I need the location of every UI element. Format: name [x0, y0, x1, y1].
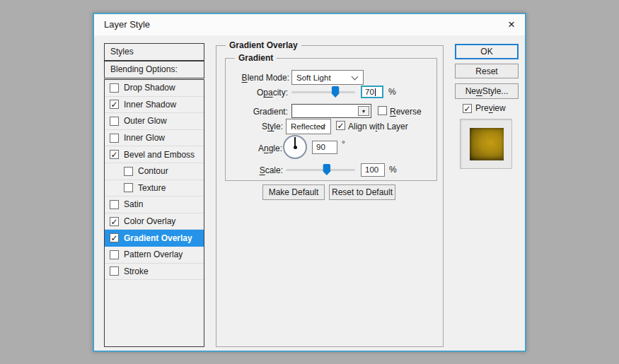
- style-item-label: Satin: [124, 199, 143, 209]
- gradient-group: Gradient Blend Mode: Soft Light Opacity:…: [225, 58, 437, 181]
- style-item-outer-glow[interactable]: Outer Glow: [105, 113, 204, 130]
- opacity-input[interactable]: 70: [361, 86, 383, 98]
- style-item-pattern-overlay[interactable]: Pattern Overlay: [105, 247, 204, 264]
- style-item-inner-glow[interactable]: Inner Glow: [105, 130, 204, 147]
- style-item-label: Pattern Overlay: [124, 249, 183, 259]
- style-checkbox[interactable]: ✓: [110, 150, 119, 159]
- style-item-label: Stroke: [124, 266, 149, 276]
- layer-style-dialog: Layer Style × Styles Blending Options: D…: [93, 13, 526, 352]
- style-checkbox[interactable]: [110, 266, 119, 276]
- style-item-label: Inner Shadow: [124, 100, 176, 110]
- style-item-label: Inner Glow: [124, 133, 165, 143]
- style-checkbox[interactable]: [124, 167, 133, 176]
- style-checkbox[interactable]: [110, 83, 119, 93]
- style-checkbox[interactable]: [110, 250, 119, 259]
- text-caret: [375, 88, 376, 96]
- gradient-preview-swatch: [470, 128, 504, 160]
- style-item-label: Outer Glow: [124, 116, 167, 126]
- style-item-stroke[interactable]: Stroke: [105, 264, 204, 281]
- scale-slider[interactable]: [286, 169, 355, 171]
- style-checkbox[interactable]: [110, 200, 119, 209]
- titlebar: Layer Style ×: [94, 14, 525, 35]
- gradient-dropdown-arrow-icon[interactable]: ▼: [358, 106, 369, 116]
- opacity-slider[interactable]: [291, 91, 355, 93]
- style-checkbox[interactable]: [110, 117, 119, 126]
- gradient-overlay-group-title: Gradient Overlay: [226, 40, 301, 50]
- ok-button[interactable]: OK: [455, 44, 519, 59]
- style-checkbox[interactable]: [124, 183, 133, 192]
- gradient-overlay-group: Gradient Overlay Gradient Blend Mode: So…: [216, 45, 444, 347]
- preview-thumbnail: [460, 119, 512, 169]
- opacity-label: Opacity:: [226, 88, 288, 98]
- style-item-inner-shadow[interactable]: ✓ Inner Shadow: [105, 97, 204, 114]
- angle-center-dot: [294, 146, 297, 149]
- angle-label: Angle:: [226, 143, 282, 153]
- angle-input[interactable]: 90: [312, 141, 337, 154]
- new-style-button[interactable]: New Style...: [455, 83, 519, 99]
- reset-to-default-button[interactable]: Reset to Default: [329, 184, 395, 200]
- angle-dial[interactable]: [283, 135, 307, 159]
- style-label: Style:: [226, 122, 283, 131]
- gradient-group-title: Gradient: [235, 53, 277, 63]
- close-icon[interactable]: ×: [502, 16, 521, 34]
- style-item-label: Gradient Overlay: [124, 233, 192, 243]
- style-item-bevel-and-emboss[interactable]: ✓ Bevel and Emboss: [105, 146, 204, 163]
- style-item-texture[interactable]: Texture: [105, 180, 204, 197]
- style-item-satin[interactable]: Satin: [105, 196, 204, 213]
- style-checkbox[interactable]: ✓: [110, 100, 119, 109]
- styles-header[interactable]: Styles: [104, 43, 204, 61]
- chevron-down-icon: [352, 73, 359, 80]
- make-default-button[interactable]: Make Default: [262, 184, 325, 200]
- style-item-drop-shadow[interactable]: Drop Shadow: [105, 80, 204, 97]
- style-checkbox[interactable]: [110, 134, 119, 143]
- style-item-gradient-overlay[interactable]: ✓ Gradient Overlay: [105, 230, 204, 247]
- style-item-label: Contour: [138, 166, 168, 176]
- styles-list: Drop Shadow ✓ Inner Shadow Outer Glow In…: [104, 79, 204, 347]
- style-item-label: Drop Shadow: [124, 83, 175, 93]
- blend-mode-select[interactable]: Soft Light: [291, 70, 364, 85]
- style-select[interactable]: Reflected: [286, 119, 331, 134]
- style-item-color-overlay[interactable]: ✓ Color Overlay: [105, 213, 204, 230]
- angle-unit: °: [342, 139, 345, 149]
- style-checkbox[interactable]: ✓: [110, 233, 119, 242]
- preview-label: Preview: [475, 103, 506, 113]
- opacity-slider-thumb[interactable]: [332, 86, 340, 98]
- scale-slider-thumb[interactable]: [323, 164, 330, 175]
- preview-row: ✓ Preview: [463, 103, 506, 113]
- blend-mode-label: Blend Mode:: [226, 73, 289, 83]
- reverse-checkbox[interactable]: [378, 106, 387, 115]
- gradient-picker[interactable]: ▼: [291, 104, 371, 118]
- dialog-title: Layer Style: [104, 14, 150, 35]
- style-item-contour[interactable]: Contour: [105, 163, 204, 180]
- reset-button[interactable]: Reset: [455, 64, 519, 78]
- align-with-layer-checkbox[interactable]: ✓: [336, 121, 345, 130]
- style-item-label: Bevel and Emboss: [124, 150, 195, 160]
- style-checkbox[interactable]: ✓: [110, 217, 119, 226]
- blending-options-item[interactable]: Blending Options: Default: [104, 61, 204, 78]
- preview-checkbox[interactable]: ✓: [463, 104, 472, 113]
- align-with-layer-label: Align with Layer: [348, 122, 408, 131]
- blend-mode-value: Soft Light: [296, 74, 331, 82]
- opacity-unit: %: [388, 87, 396, 97]
- style-item-label: Color Overlay: [124, 216, 175, 226]
- gradient-label: Gradient:: [226, 107, 288, 117]
- scale-label: Scale:: [226, 165, 283, 175]
- style-item-label: Texture: [138, 183, 166, 193]
- scale-unit: %: [389, 165, 397, 175]
- scale-input[interactable]: 100: [361, 163, 385, 177]
- reverse-label: Reverse: [390, 107, 422, 117]
